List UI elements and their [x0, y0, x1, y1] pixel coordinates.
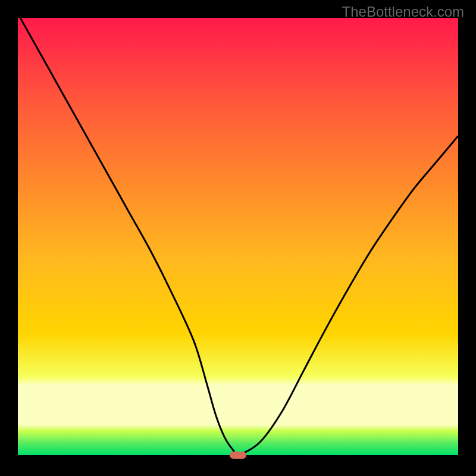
chart-panel: [18, 18, 458, 455]
curve-minimum-marker: [230, 452, 246, 459]
bottleneck-curve: [18, 18, 458, 455]
page-root: TheBottleneck.com: [0, 0, 476, 476]
